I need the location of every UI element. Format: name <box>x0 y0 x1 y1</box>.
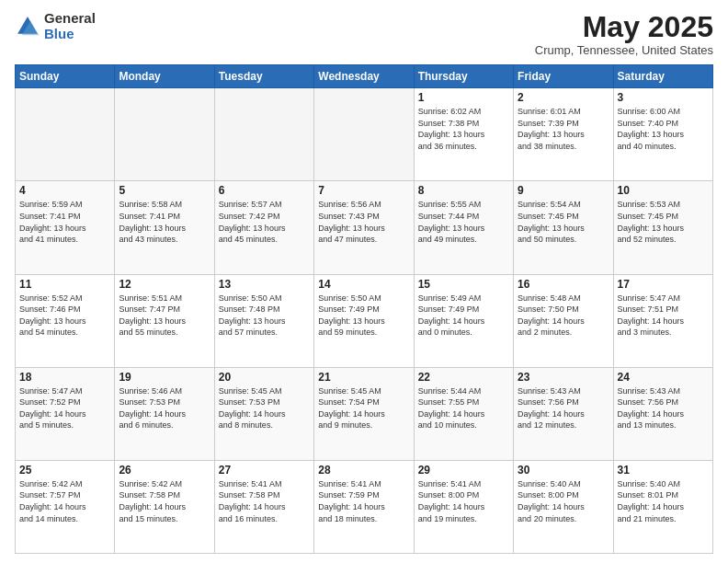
cell-content: Sunrise: 5:48 AM Sunset: 7:50 PM Dayligh… <box>518 293 609 339</box>
cell-content: Sunrise: 5:55 AM Sunset: 7:44 PM Dayligh… <box>418 199 509 245</box>
day-number: 4 <box>19 184 110 197</box>
calendar-cell: 24Sunrise: 5:43 AM Sunset: 7:56 PM Dayli… <box>613 367 712 460</box>
day-number: 17 <box>618 278 709 291</box>
calendar-cell: 4Sunrise: 5:59 AM Sunset: 7:41 PM Daylig… <box>16 181 115 274</box>
calendar-cell: 30Sunrise: 5:40 AM Sunset: 8:00 PM Dayli… <box>514 460 613 553</box>
day-number: 13 <box>219 278 310 291</box>
cell-content: Sunrise: 5:52 AM Sunset: 7:46 PM Dayligh… <box>19 293 110 339</box>
col-tuesday: Tuesday <box>214 65 313 88</box>
calendar-cell: 20Sunrise: 5:45 AM Sunset: 7:53 PM Dayli… <box>214 367 313 460</box>
day-number: 19 <box>119 371 210 384</box>
calendar-cell: 17Sunrise: 5:47 AM Sunset: 7:51 PM Dayli… <box>613 274 712 367</box>
logo: General Blue <box>15 11 96 41</box>
calendar-cell: 10Sunrise: 5:53 AM Sunset: 7:45 PM Dayli… <box>613 181 712 274</box>
calendar-cell: 18Sunrise: 5:47 AM Sunset: 7:52 PM Dayli… <box>16 367 115 460</box>
cell-content: Sunrise: 5:43 AM Sunset: 7:56 PM Dayligh… <box>518 385 609 431</box>
cell-content: Sunrise: 5:44 AM Sunset: 7:55 PM Dayligh… <box>418 385 509 431</box>
location: Crump, Tennessee, United States <box>535 43 713 57</box>
calendar-cell: 8Sunrise: 5:55 AM Sunset: 7:44 PM Daylig… <box>414 181 513 274</box>
calendar-cell <box>314 88 414 181</box>
calendar-table: Sunday Monday Tuesday Wednesday Thursday… <box>15 64 713 554</box>
calendar-cell: 31Sunrise: 5:40 AM Sunset: 8:01 PM Dayli… <box>613 460 712 553</box>
day-number: 28 <box>318 464 409 477</box>
col-sunday: Sunday <box>16 65 115 88</box>
calendar-cell: 29Sunrise: 5:41 AM Sunset: 8:00 PM Dayli… <box>414 460 513 553</box>
cell-content: Sunrise: 5:51 AM Sunset: 7:47 PM Dayligh… <box>119 293 210 339</box>
calendar-cell: 27Sunrise: 5:41 AM Sunset: 7:58 PM Dayli… <box>214 460 313 553</box>
calendar-row-5: 25Sunrise: 5:42 AM Sunset: 7:57 PM Dayli… <box>16 460 713 553</box>
calendar-cell: 19Sunrise: 5:46 AM Sunset: 7:53 PM Dayli… <box>115 367 214 460</box>
col-thursday: Thursday <box>414 65 513 88</box>
day-number: 9 <box>518 184 609 197</box>
col-monday: Monday <box>115 65 214 88</box>
cell-content: Sunrise: 5:40 AM Sunset: 8:01 PM Dayligh… <box>618 478 709 524</box>
cell-content: Sunrise: 5:53 AM Sunset: 7:45 PM Dayligh… <box>618 199 709 245</box>
title-area: May 2025 Crump, Tennessee, United States <box>535 11 713 57</box>
day-number: 16 <box>518 278 609 291</box>
calendar-cell: 3Sunrise: 6:00 AM Sunset: 7:40 PM Daylig… <box>613 88 712 181</box>
calendar-row-2: 4Sunrise: 5:59 AM Sunset: 7:41 PM Daylig… <box>16 181 713 274</box>
logo-blue: Blue <box>44 27 96 42</box>
cell-content: Sunrise: 5:40 AM Sunset: 8:00 PM Dayligh… <box>518 478 609 524</box>
col-friday: Friday <box>514 65 613 88</box>
logo-icon <box>15 14 40 40</box>
month-title: May 2025 <box>535 11 713 43</box>
calendar-cell: 7Sunrise: 5:56 AM Sunset: 7:43 PM Daylig… <box>314 181 414 274</box>
calendar-cell <box>115 88 214 181</box>
cell-content: Sunrise: 5:46 AM Sunset: 7:53 PM Dayligh… <box>119 385 210 431</box>
cell-content: Sunrise: 5:41 AM Sunset: 7:59 PM Dayligh… <box>318 478 409 524</box>
cell-content: Sunrise: 5:58 AM Sunset: 7:41 PM Dayligh… <box>119 199 210 245</box>
day-number: 29 <box>418 464 509 477</box>
day-number: 31 <box>618 464 709 477</box>
calendar-cell: 23Sunrise: 5:43 AM Sunset: 7:56 PM Dayli… <box>514 367 613 460</box>
cell-content: Sunrise: 5:45 AM Sunset: 7:54 PM Dayligh… <box>318 385 409 431</box>
calendar-cell: 15Sunrise: 5:49 AM Sunset: 7:49 PM Dayli… <box>414 274 513 367</box>
calendar-cell <box>16 88 115 181</box>
calendar-cell: 28Sunrise: 5:41 AM Sunset: 7:59 PM Dayli… <box>314 460 414 553</box>
cell-content: Sunrise: 5:47 AM Sunset: 7:51 PM Dayligh… <box>618 293 709 339</box>
cell-content: Sunrise: 5:43 AM Sunset: 7:56 PM Dayligh… <box>618 385 709 431</box>
day-number: 1 <box>418 91 509 104</box>
day-number: 12 <box>119 278 210 291</box>
day-number: 23 <box>518 371 609 384</box>
col-wednesday: Wednesday <box>314 65 414 88</box>
calendar-cell: 22Sunrise: 5:44 AM Sunset: 7:55 PM Dayli… <box>414 367 513 460</box>
day-number: 20 <box>219 371 310 384</box>
cell-content: Sunrise: 5:59 AM Sunset: 7:41 PM Dayligh… <box>19 199 110 245</box>
day-number: 26 <box>119 464 210 477</box>
cell-content: Sunrise: 5:57 AM Sunset: 7:42 PM Dayligh… <box>219 199 310 245</box>
day-number: 11 <box>19 278 110 291</box>
cell-content: Sunrise: 5:54 AM Sunset: 7:45 PM Dayligh… <box>518 199 609 245</box>
calendar-row-1: 1Sunrise: 6:02 AM Sunset: 7:38 PM Daylig… <box>16 88 713 181</box>
day-number: 21 <box>318 371 409 384</box>
cell-content: Sunrise: 5:42 AM Sunset: 7:58 PM Dayligh… <box>119 478 210 524</box>
day-number: 27 <box>219 464 310 477</box>
day-number: 14 <box>318 278 409 291</box>
day-number: 18 <box>19 371 110 384</box>
calendar-cell: 5Sunrise: 5:58 AM Sunset: 7:41 PM Daylig… <box>115 181 214 274</box>
day-number: 25 <box>19 464 110 477</box>
calendar-cell <box>214 88 313 181</box>
day-number: 8 <box>418 184 509 197</box>
calendar-cell: 12Sunrise: 5:51 AM Sunset: 7:47 PM Dayli… <box>115 274 214 367</box>
cell-content: Sunrise: 6:00 AM Sunset: 7:40 PM Dayligh… <box>618 106 709 152</box>
cell-content: Sunrise: 5:41 AM Sunset: 8:00 PM Dayligh… <box>418 478 509 524</box>
day-number: 6 <box>219 184 310 197</box>
cell-content: Sunrise: 6:01 AM Sunset: 7:39 PM Dayligh… <box>518 106 609 152</box>
cell-content: Sunrise: 5:50 AM Sunset: 7:48 PM Dayligh… <box>219 293 310 339</box>
calendar-cell: 26Sunrise: 5:42 AM Sunset: 7:58 PM Dayli… <box>115 460 214 553</box>
page: General Blue May 2025 Crump, Tennessee, … <box>0 0 728 563</box>
calendar-cell: 6Sunrise: 5:57 AM Sunset: 7:42 PM Daylig… <box>214 181 313 274</box>
day-number: 3 <box>618 91 709 104</box>
cell-content: Sunrise: 6:02 AM Sunset: 7:38 PM Dayligh… <box>418 106 509 152</box>
header-row: Sunday Monday Tuesday Wednesday Thursday… <box>16 65 713 88</box>
cell-content: Sunrise: 5:41 AM Sunset: 7:58 PM Dayligh… <box>219 478 310 524</box>
calendar-header: Sunday Monday Tuesday Wednesday Thursday… <box>16 65 713 88</box>
logo-general: General <box>44 11 96 27</box>
calendar-cell: 16Sunrise: 5:48 AM Sunset: 7:50 PM Dayli… <box>514 274 613 367</box>
cell-content: Sunrise: 5:45 AM Sunset: 7:53 PM Dayligh… <box>219 385 310 431</box>
calendar-cell: 11Sunrise: 5:52 AM Sunset: 7:46 PM Dayli… <box>16 274 115 367</box>
cell-content: Sunrise: 5:47 AM Sunset: 7:52 PM Dayligh… <box>19 385 110 431</box>
calendar-row-4: 18Sunrise: 5:47 AM Sunset: 7:52 PM Dayli… <box>16 367 713 460</box>
logo-text: General Blue <box>44 11 96 41</box>
